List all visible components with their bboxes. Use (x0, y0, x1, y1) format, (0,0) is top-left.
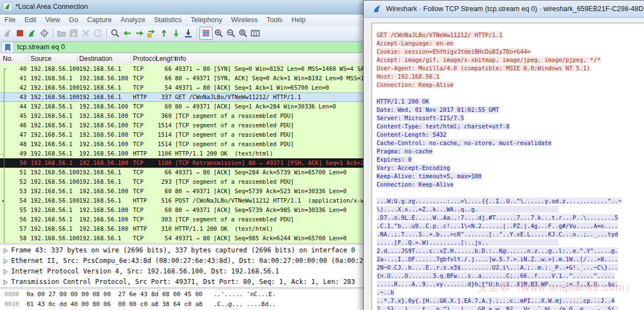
packet-row-52[interactable]: 52192.168.56.100192.168.56.1TCP293[TCP s… (0, 177, 363, 187)
stream-text[interactable]: GET /CWoNaJLBo/VTNeWw11212/ HTTP/1.1Acce… (372, 23, 644, 310)
menu-wireless[interactable]: Wireless (226, 14, 262, 26)
go-first-packet-icon[interactable] (158, 27, 170, 39)
menu-file[interactable]: File (0, 14, 20, 26)
packet-row-51[interactable]: 51192.168.56.100192.168.56.1TCP6649371 →… (0, 168, 363, 177)
packet-row-45[interactable]: 45192.168.56.1192.168.56.100TCP360[TCP s… (0, 111, 363, 121)
cell-len: 1514 (146, 141, 172, 147)
menu-edit[interactable]: Edit (20, 14, 41, 26)
server-data-text: 2..S}...)....t...p.^)...|....GP.+.w..B?.… (377, 306, 618, 310)
open-capture-icon[interactable] (55, 27, 68, 39)
cell-src: 192.168.56.1 (30, 216, 73, 223)
packet-list[interactable]: 40192.168.56.100192.168.56.1TCP6649371 →… (0, 64, 363, 243)
capture-stop-icon[interactable] (14, 27, 26, 39)
cell-dst: 192.168.56.1 (79, 169, 121, 175)
packet-row-55[interactable]: 55192.168.56.1192.168.56.100TCP6080 → 49… (0, 205, 363, 215)
packet-details-pane[interactable]: Frame 43: 337 bytes on wire (2696 bits),… (0, 245, 363, 287)
hex-row-0000[interactable]: 0000 0a 00 27 00 00 00 08 00 27 6e 43 8d… (0, 290, 363, 299)
cell-dst: 192.168.56.1 (79, 235, 121, 241)
cell-proto: TCP (133, 206, 143, 213)
packet-row-43[interactable]: 43192.168.56.100192.168.56.1HTTP337GET /… (0, 92, 363, 102)
go-last-packet-icon[interactable] (170, 27, 182, 39)
column-header-source[interactable]: Source (30, 55, 51, 63)
packet-row-57[interactable]: 57192.168.56.1192.168.56.100HTTP310HTTP/… (0, 224, 363, 234)
server-data-text: ..*.7.x}.0y{.[H...GR.X.].EA.7.A.}.;...c.… (377, 297, 615, 304)
bookmark-icon[interactable] (2, 42, 14, 53)
column-divider[interactable] (154, 54, 155, 63)
cell-no: 49 (8, 150, 27, 157)
column-divider[interactable] (77, 54, 78, 63)
colorize-packets-icon[interactable] (199, 27, 213, 40)
packet-list-header[interactable]: No.SourceDestinationProtocolLengthInfo (0, 53, 363, 65)
column-header-no[interactable]: No. (3, 55, 13, 63)
packet-row-40[interactable]: 40192.168.56.100192.168.56.1TCP6649371 →… (0, 64, 363, 74)
menu-statistics[interactable]: Statistics (150, 14, 186, 26)
packet-row-56[interactable]: 56192.168.56.1192.168.56.100TCP303[TCP s… (0, 215, 363, 224)
cell-info: GET /CWoNaJLBo/VTNeWw11212/ HTTP/1.1 (175, 94, 363, 100)
capture-options-icon[interactable] (38, 27, 50, 39)
go-to-packet-icon[interactable] (146, 27, 158, 39)
hex-row-0010[interactable]: 0010 01 43 0c dd 40 00 80 06 00 00 c0 a8… (0, 299, 363, 309)
packet-row-46[interactable]: 46192.168.56.1192.168.56.100TCP1514[TCP … (0, 121, 363, 130)
go-forward-icon[interactable] (133, 27, 146, 39)
column-header-protocol[interactable]: Protocol (133, 55, 157, 63)
wireshark-fin-icon (373, 4, 382, 16)
close-capture-icon[interactable] (80, 27, 92, 39)
menu-help[interactable]: Help (287, 14, 310, 26)
menu-go[interactable]: Go (65, 14, 83, 26)
column-divider[interactable] (173, 54, 173, 63)
column-header-info[interactable]: Info (175, 55, 186, 63)
column-header-destination[interactable]: Destination (79, 55, 112, 63)
conversation-bracket-corner (4, 69, 7, 69)
server-data-text: Server: Microsoft-IIS/7.5 (377, 115, 464, 121)
save-capture-icon[interactable]: 010 (68, 27, 80, 39)
expand-arrow-icon[interactable] (3, 269, 8, 275)
stream-line-13: Cache-Control: no-cache, no-store, must-… (377, 139, 644, 147)
stream-line-21: \)....X.x...=Z..k...WA..q..g. (377, 205, 644, 214)
detail-line-1[interactable]: Ethernet II, Src: PcsCompu_6e:43:8d (08:… (0, 256, 363, 266)
cell-src: 192.168.56.1 (30, 141, 73, 147)
packet-bytes-pane[interactable]: 0000 0a 00 27 00 00 00 08 00 27 6e 43 8d… (0, 290, 363, 310)
client-data-text: Accept: image/gif, image/x-xbitmap, imag… (377, 56, 601, 63)
expand-arrow-icon[interactable] (3, 259, 8, 264)
reload-capture-icon[interactable] (92, 27, 104, 39)
packet-row-47[interactable]: 47192.168.56.1192.168.56.100TCP1514[TCP … (0, 130, 363, 140)
cell-proto: TCP (133, 103, 143, 110)
detail-line-3[interactable]: Transmission Control Protocol, Src Port:… (0, 277, 363, 287)
detail-line-0[interactable]: Frame 43: 337 bytes on wire (2696 bits),… (0, 245, 363, 256)
packet-row-48[interactable]: 48192.168.56.1192.168.56.100TCP1514[TCP … (0, 140, 363, 149)
packet-row-53[interactable]: 53192.168.56.1192.168.56.100TCP6080 → 49… (0, 187, 363, 196)
resize-columns-icon[interactable] (249, 27, 261, 39)
auto-scroll-icon[interactable] (182, 27, 194, 39)
zoom-out-icon[interactable] (225, 27, 237, 39)
packet-row-42[interactable]: 42192.168.56.100192.168.56.1TCP5449371 →… (0, 83, 363, 92)
menu-capture[interactable]: Capture (83, 14, 116, 26)
packet-row-44[interactable]: 44192.168.56.1192.168.56.100TCP6080 → 49… (0, 102, 363, 111)
main-window-titlebar[interactable]: *Local Area Connection (0, 0, 363, 14)
menu-view[interactable]: View (41, 14, 65, 26)
column-divider[interactable] (28, 54, 29, 63)
display-filter-input[interactable]: tcp.stream eq 0 (1, 42, 362, 53)
expand-arrow-icon[interactable] (3, 248, 8, 254)
cell-no: 53 (8, 188, 27, 194)
packet-row-41[interactable]: 41192.168.56.1192.168.56.100TCP6680 → 49… (0, 74, 363, 83)
zoom-reset-icon[interactable] (237, 27, 249, 39)
packet-row-58[interactable]: 58192.168.56.100192.168.56.1TCP5449371 →… (0, 234, 363, 243)
zoom-in-icon[interactable] (213, 27, 225, 39)
column-divider[interactable] (131, 54, 131, 63)
capture-start-icon[interactable] (2, 27, 14, 39)
follow-stream-titlebar[interactable]: Wireshark · Follow TCP Stream (tcp.strea… (364, 1, 644, 18)
go-back-icon[interactable] (121, 27, 133, 39)
cell-len: 293 (146, 178, 172, 185)
packet-row-54[interactable]: 54192.168.56.100192.168.56.1HTTP516POST … (0, 196, 363, 205)
packet-row-49[interactable]: 49192.168.56.1192.168.56.100HTTP1106HTTP… (0, 149, 363, 158)
find-packet-icon[interactable] (109, 27, 121, 39)
menu-tools[interactable]: Tools (262, 14, 287, 26)
packet-row-50[interactable]: 50192.168.56.1192.168.56.100TCP1106[TCP … (0, 158, 363, 168)
client-data-text: User-Agent: Mozilla/4.0 (compatible; MSI… (377, 65, 590, 71)
cell-no: 55 (8, 206, 27, 213)
menu-analyze[interactable]: Analyze (116, 14, 150, 26)
detail-line-2[interactable]: Internet Protocol Version 4, Src: 192.16… (0, 266, 363, 277)
menu-telephony[interactable]: Telephony (186, 14, 226, 26)
capture-restart-icon[interactable] (26, 27, 38, 39)
expand-arrow-icon[interactable] (3, 280, 8, 285)
